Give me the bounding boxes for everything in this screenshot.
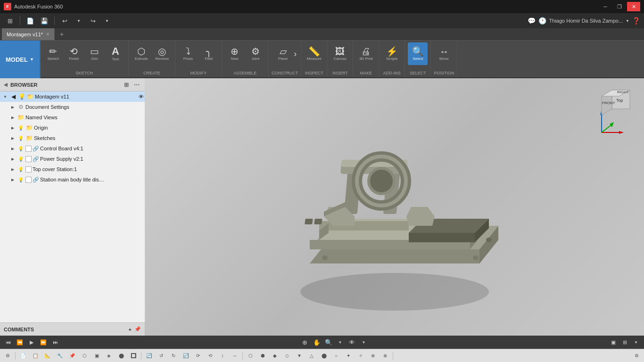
doc-settings-expand[interactable]: ▶ (9, 104, 16, 110)
display-dropdown[interactable]: ▼ (631, 337, 641, 347)
play-button[interactable]: ▶ (26, 337, 37, 347)
icon-24[interactable]: △ (306, 351, 317, 361)
pan-tool[interactable]: ✋ (312, 337, 322, 347)
save-button[interactable]: 💾 (38, 15, 50, 27)
icon-5[interactable]: 📌 (66, 351, 78, 361)
icon-18[interactable]: ↔ (229, 351, 240, 361)
icon-28[interactable]: ✧ (355, 351, 366, 361)
orbit-tool[interactable]: ⊕ (300, 337, 310, 347)
assemble-new-component-button[interactable]: ⊕ New (225, 42, 245, 65)
control-board-expand[interactable]: ▶ (9, 145, 16, 152)
tree-item-sketches[interactable]: ▶ 💡 📁 Sketches (0, 133, 145, 143)
document-tab[interactable]: Montagem v11* ✕ (2, 28, 55, 40)
icon-8[interactable]: ◈ (103, 351, 115, 361)
station-main-checkbox[interactable] (25, 177, 32, 183)
icon-7[interactable]: ▣ (91, 351, 102, 361)
new-file-button[interactable]: 📄 (24, 15, 36, 27)
icon-1[interactable]: 📄 (17, 351, 29, 361)
notifications-icon[interactable]: 💬 (528, 17, 536, 25)
tree-item-control-board[interactable]: ▶ 💡 🔗 Control Board v4:1 (0, 143, 145, 154)
create-sketch-button[interactable]: ✏ Sketch (43, 42, 63, 65)
undo-button[interactable]: ↩ (58, 15, 71, 27)
sketch-dimension-button[interactable]: ▭ Dim (85, 42, 105, 65)
icon-10[interactable]: 🔲 (128, 351, 139, 361)
top-cover-expand[interactable]: ▶ (9, 166, 16, 173)
tree-item-origin[interactable]: ▶ 💡 📁 Origin (0, 123, 145, 133)
browser-collapse-button[interactable]: ◀ (4, 82, 8, 87)
history-icon[interactable]: 🕐 (538, 17, 546, 25)
modify-fillet-button[interactable]: ╮ Fillet (199, 42, 219, 65)
icon-14[interactable]: 🔃 (180, 351, 191, 361)
sketches-eye-icon[interactable]: 💡 (17, 134, 25, 142)
icon-13[interactable]: ↻ (168, 351, 179, 361)
icon-17[interactable]: ↕ (217, 351, 228, 361)
tree-item-power-supply[interactable]: ▶ 💡 🔗 Power Supply v2:1 (0, 154, 145, 164)
sketches-expand[interactable]: ▶ (9, 135, 16, 141)
create-extrude-button[interactable]: ⬡ Extrude (132, 42, 151, 65)
zoom-dropdown[interactable]: ▼ (335, 337, 346, 347)
icon-19[interactable]: ⬡ (245, 351, 256, 361)
comments-expand-button[interactable]: + (129, 327, 132, 332)
sketch-text-button[interactable]: A Text (106, 42, 125, 65)
look-dropdown[interactable]: ▼ (359, 337, 369, 347)
comments-pin-button[interactable]: 📌 (134, 326, 141, 332)
create-revolve-button[interactable]: ◎ Revolve (152, 42, 172, 65)
user-dropdown-icon[interactable]: ▼ (626, 19, 629, 23)
icon-23[interactable]: ▼ (294, 351, 305, 361)
display-mode-button[interactable]: ▣ (608, 337, 619, 347)
close-button[interactable]: ✕ (627, 2, 640, 11)
power-supply-eye-icon[interactable]: 💡 (17, 155, 25, 163)
insert-canvas-button[interactable]: 🖼 Canvas (330, 42, 350, 65)
minimize-button[interactable]: ─ (599, 2, 612, 11)
viewport[interactable]: Top FRONT RIGHT (145, 78, 644, 336)
step-forward-button[interactable]: ⏩ (38, 337, 49, 347)
assemble-joint-button[interactable]: ⚙ Joint (246, 42, 265, 65)
grid-display-button[interactable]: ⊞ (619, 337, 630, 347)
icon-26[interactable]: ○ (330, 351, 342, 361)
icon-2[interactable]: 📋 (30, 351, 41, 361)
icon-4[interactable]: 🔧 (54, 351, 66, 361)
station-main-expand[interactable]: ▶ (9, 176, 16, 183)
origin-expand[interactable]: ▶ (9, 124, 16, 131)
skip-start-button[interactable]: ⏮ (3, 337, 13, 347)
icon-9[interactable]: ⬤ (116, 351, 127, 361)
username[interactable]: Thiago Homir Da Silva Zampo... (549, 18, 623, 24)
root-visibility-icon[interactable]: 👁 (137, 93, 145, 100)
power-supply-checkbox[interactable] (25, 156, 32, 162)
grid-menu-button[interactable]: ⊞ (4, 15, 16, 27)
select-button[interactable]: 🔍 Select (408, 42, 428, 65)
user-account[interactable]: 💬 🕐 Thiago Homir Da Silva Zampo... ▼ ❓ (528, 17, 640, 25)
look-at-tool[interactable]: 👁 (347, 337, 357, 347)
named-views-expand[interactable]: ▶ (9, 114, 16, 121)
maximize-button[interactable]: ❐ (613, 2, 626, 11)
browser-expand-button[interactable]: ⊞ (122, 81, 131, 89)
icon-3[interactable]: 📐 (42, 351, 53, 361)
icon-27[interactable]: ✦ (343, 351, 354, 361)
icon-25[interactable]: ⬤ (318, 351, 330, 361)
station-main-eye-icon[interactable]: 💡 (17, 176, 25, 183)
icon-22[interactable]: ◇ (281, 351, 293, 361)
settings-right-button[interactable]: ⚙ (631, 351, 642, 361)
addins-scripts-button[interactable]: ⚡ Scripts (382, 42, 402, 65)
control-board-checkbox[interactable] (25, 146, 32, 152)
browser-settings-button[interactable]: ⋯ (132, 81, 141, 89)
undo-dropdown[interactable]: ▼ (73, 15, 85, 27)
navigation-cube[interactable]: Top FRONT RIGHT (592, 83, 639, 140)
make-3d-print-button[interactable]: 🖨 3D Print (356, 42, 376, 65)
top-cover-eye-icon[interactable]: 💡 (17, 165, 25, 173)
root-expand-icon[interactable]: ▼ (2, 93, 8, 100)
skip-end-button[interactable]: ⏭ (50, 337, 60, 347)
icon-30[interactable]: ⊗ (380, 351, 391, 361)
icon-20[interactable]: ⬢ (257, 351, 268, 361)
tab-close-button[interactable]: ✕ (46, 32, 50, 37)
top-cover-checkbox[interactable] (25, 166, 32, 173)
icon-21[interactable]: ◆ (269, 351, 281, 361)
modify-press-pull-button[interactable]: ⤵ Press (178, 42, 198, 65)
tree-item-named-views[interactable]: ▶ 📁 Named Views (0, 112, 145, 123)
zoom-tool[interactable]: 🔍 (323, 337, 334, 347)
icon-12[interactable]: ↺ (156, 351, 167, 361)
redo-button[interactable]: ↪ (87, 15, 99, 27)
tree-root-item[interactable]: ▼ ◀ 💡 📁 Montagem v11 👁 (0, 91, 145, 102)
icon-16[interactable]: ⟲ (205, 351, 216, 361)
tree-item-doc-settings[interactable]: ▶ ⚙ Document Settings (0, 102, 145, 112)
